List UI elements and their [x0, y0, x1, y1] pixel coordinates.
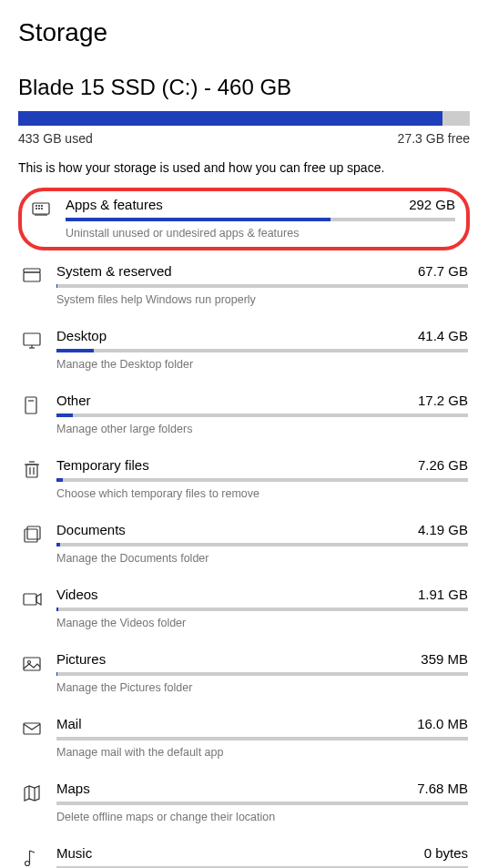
- drive-title: Blade 15 SSD (C:) - 460 GB: [18, 75, 470, 100]
- item-bar-fill: [56, 543, 60, 546]
- item-content: Music0 bytesManage the Music folder: [56, 845, 468, 868]
- item-size: 67.7 GB: [418, 263, 468, 279]
- overall-usage-fill: [18, 111, 442, 126]
- page-title: Storage: [18, 18, 470, 47]
- storage-item-music[interactable]: Music0 bytesManage the Music folder: [18, 838, 470, 868]
- storage-item-documents[interactable]: Documents4.19 GBManage the Documents fol…: [18, 515, 470, 572]
- item-caption: Manage other large folders: [56, 423, 468, 435]
- item-header: Temporary files7.26 GB: [56, 457, 468, 473]
- item-size: 1.91 GB: [418, 587, 468, 602]
- item-bar-fill: [56, 349, 94, 352]
- description-text: This is how your storage is used and how…: [18, 160, 470, 175]
- desktop-icon: [20, 328, 44, 371]
- item-content: Other17.2 GBManage other large folders: [56, 393, 468, 435]
- item-caption: Choose which temporary files to remove: [56, 487, 468, 500]
- system-icon: [20, 263, 44, 306]
- item-name: Pictures: [56, 651, 106, 667]
- item-caption: System files help Windows run properly: [56, 293, 468, 306]
- item-header: Pictures359 MB: [56, 651, 468, 667]
- item-caption: Manage mail with the default app: [56, 746, 468, 759]
- storage-item-desktop[interactable]: Desktop41.4 GBManage the Desktop folder: [18, 321, 470, 378]
- videos-icon: [20, 587, 44, 629]
- item-header: Music0 bytes: [56, 845, 468, 861]
- item-caption: Delete offline maps or change their loca…: [56, 811, 468, 823]
- item-size: 292 GB: [409, 197, 455, 212]
- item-caption: Manage the Documents folder: [56, 552, 468, 565]
- item-size: 359 MB: [421, 651, 468, 667]
- storage-item-apps[interactable]: Apps & features292 GBUninstall unused or…: [29, 197, 455, 240]
- overall-usage-bar: [18, 111, 470, 126]
- music-icon: [20, 845, 44, 868]
- item-header: Mail16.0 MB: [56, 716, 468, 731]
- item-header: Documents4.19 GB: [56, 522, 468, 537]
- item-bar-fill: [56, 608, 58, 611]
- item-caption: Manage the Desktop folder: [56, 358, 468, 371]
- item-header: Apps & features292 GB: [66, 197, 455, 212]
- item-caption: Manage the Pictures folder: [56, 681, 468, 694]
- mail-icon: [20, 716, 44, 759]
- item-name: Mail: [56, 716, 82, 731]
- item-header: Other17.2 GB: [56, 393, 468, 408]
- maps-icon: [20, 781, 44, 823]
- other-icon: [20, 393, 44, 435]
- apps-icon: [29, 197, 53, 240]
- item-content: Videos1.91 GBManage the Videos folder: [56, 587, 468, 629]
- item-size: 16.0 MB: [417, 716, 468, 731]
- storage-item-pictures[interactable]: Pictures359 MBManage the Pictures folder: [18, 644, 470, 701]
- item-bar: [56, 543, 468, 546]
- item-name: Temporary files: [56, 457, 149, 473]
- item-bar: [56, 349, 468, 352]
- item-bar: [56, 608, 468, 611]
- item-content: Apps & features292 GBUninstall unused or…: [66, 197, 455, 240]
- item-name: Music: [56, 845, 92, 861]
- storage-item-maps[interactable]: Maps7.68 MBDelete offline maps or change…: [18, 773, 470, 831]
- item-bar: [56, 802, 468, 805]
- item-size: 7.26 GB: [418, 457, 468, 473]
- item-name: Desktop: [56, 328, 107, 343]
- used-label: 433 GB used: [18, 131, 93, 146]
- item-name: Documents: [56, 522, 126, 537]
- item-header: Videos1.91 GB: [56, 587, 468, 602]
- item-header: Maps7.68 MB: [56, 781, 468, 796]
- item-content: Maps7.68 MBDelete offline maps or change…: [56, 781, 468, 823]
- item-size: 17.2 GB: [418, 393, 468, 408]
- item-bar: [56, 414, 468, 417]
- item-caption: Manage the Videos folder: [56, 617, 468, 629]
- documents-icon: [20, 522, 44, 565]
- item-bar: [66, 218, 455, 221]
- item-bar-fill: [56, 414, 73, 417]
- item-size: 7.68 MB: [417, 781, 468, 796]
- item-content: Pictures359 MBManage the Pictures folder: [56, 651, 468, 694]
- item-bar: [56, 478, 468, 482]
- item-content: System & reserved67.7 GBSystem files hel…: [56, 263, 468, 306]
- item-content: Documents4.19 GBManage the Documents fol…: [56, 522, 468, 565]
- item-bar-fill: [56, 284, 57, 288]
- trash-icon: [20, 457, 44, 500]
- item-name: Videos: [56, 587, 98, 602]
- item-size: 4.19 GB: [418, 522, 468, 537]
- item-name: Apps & features: [66, 197, 163, 212]
- usage-row: 433 GB used 27.3 GB free: [18, 131, 470, 146]
- item-bar: [56, 284, 468, 288]
- storage-item-trash[interactable]: Temporary files7.26 GBChoose which tempo…: [18, 450, 470, 507]
- item-content: Mail16.0 MBManage mail with the default …: [56, 716, 468, 759]
- item-content: Temporary files7.26 GBChoose which tempo…: [56, 457, 468, 500]
- free-label: 27.3 GB free: [398, 131, 470, 146]
- item-content: Desktop41.4 GBManage the Desktop folder: [56, 328, 468, 371]
- item-bar-fill: [66, 218, 330, 221]
- storage-item-system[interactable]: System & reserved67.7 GBSystem files hel…: [18, 256, 470, 313]
- pictures-icon: [20, 651, 44, 694]
- storage-item-mail[interactable]: Mail16.0 MBManage mail with the default …: [18, 709, 470, 766]
- item-size: 41.4 GB: [418, 328, 468, 343]
- item-name: Maps: [56, 781, 90, 796]
- item-name: System & reserved: [56, 263, 172, 279]
- storage-item-videos[interactable]: Videos1.91 GBManage the Videos folder: [18, 579, 470, 637]
- item-caption: Uninstall unused or undesired apps & fea…: [66, 227, 455, 240]
- item-name: Other: [56, 393, 91, 408]
- item-size: 0 bytes: [424, 845, 468, 861]
- storage-item-other[interactable]: Other17.2 GBManage other large folders: [18, 385, 470, 443]
- item-bar-fill: [56, 478, 63, 482]
- item-header: System & reserved67.7 GB: [56, 263, 468, 279]
- item-header: Desktop41.4 GB: [56, 328, 468, 343]
- highlight-ring: Apps & features292 GBUninstall unused or…: [18, 188, 470, 250]
